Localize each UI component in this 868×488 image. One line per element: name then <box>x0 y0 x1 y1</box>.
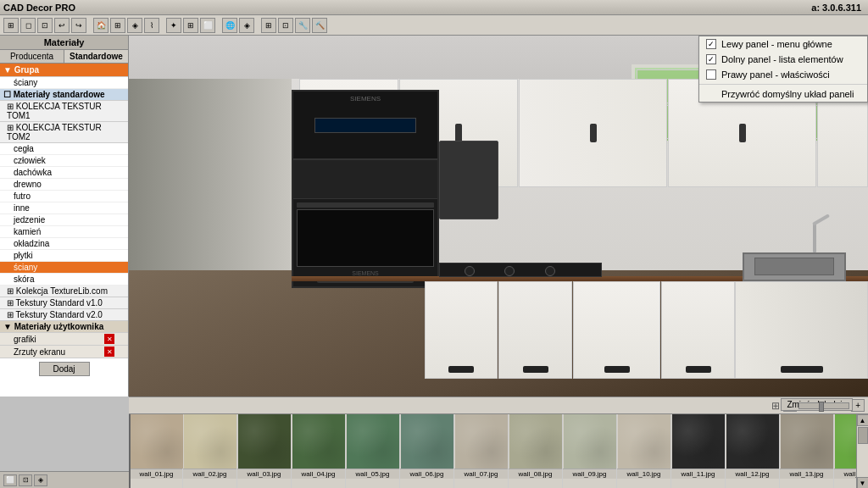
tree-section-label: ▼ Grupa <box>3 65 39 75</box>
toolbar-btn-9[interactable]: ⌇ <box>144 18 159 33</box>
tree-useritem-zrzuty[interactable]: Zrzuty ekranu ✕ <box>0 346 128 358</box>
grid-icon[interactable]: ⊞ <box>771 400 780 412</box>
tree-item-jedzenie[interactable]: jedzenie <box>0 214 128 226</box>
texture-item-wall_07[interactable]: wall_07.jpg <box>454 414 509 488</box>
tab-standardowe[interactable]: Standardowe <box>64 50 128 63</box>
toolbar-btn-1[interactable]: ⊞ <box>3 18 19 33</box>
texture-thumb-wall_08 <box>509 414 562 469</box>
tree-item-cegla[interactable]: cegła <box>0 143 128 155</box>
texture-thumb-wall_06 <box>401 414 453 469</box>
checkbox-lewy[interactable]: ✓ <box>706 39 716 49</box>
menu-item-prawy[interactable]: Prawy panel - właściwości <box>699 67 867 82</box>
toolbar-btn-8[interactable]: ◈ <box>127 18 142 33</box>
menu-item-lewy[interactable]: ✓ Lewy panel - menu główne <box>699 36 867 52</box>
context-menu: ✓ Lewy panel - menu główne ✓ Dolny panel… <box>698 36 868 103</box>
tree-panel: ▼ Grupa ściany ☐ Materiały standardowe ⊞… <box>0 64 128 396</box>
texture-item-wall_13[interactable]: wall_13.jpg <box>780 414 834 488</box>
texture-item-wall_05[interactable]: wall_05.jpg <box>346 414 400 488</box>
zoom-slider[interactable] <box>798 402 849 409</box>
title-bar: CAD Decor PRO a: 3.0.6.311 <box>0 0 868 15</box>
texture-name-wall_03: wall_03.jpg <box>237 469 291 479</box>
toolbar-btn-7[interactable]: ⊞ <box>110 18 125 33</box>
tree-item-sciany[interactable]: ściany <box>0 262 128 274</box>
scroll-thumb[interactable] <box>858 427 868 444</box>
checkbox-prawy[interactable] <box>706 69 716 80</box>
toolbar-btn-10[interactable]: ✦ <box>166 18 181 33</box>
toolbar-btn-12[interactable]: ⬜ <box>200 18 215 33</box>
texture-item-wall_08[interactable]: wall_08.jpg <box>509 414 563 488</box>
lower-cab-4 <box>661 281 735 379</box>
panel-tabs: Producenta Standardowe <box>0 50 128 64</box>
brand-text: SIEMENS <box>350 95 381 103</box>
microwave: SIEMENS <box>293 92 437 160</box>
texture-grid: wall_01.jpgwall_02.jpgwall_03.jpgwall_04… <box>129 414 868 488</box>
burner-1 <box>465 266 475 276</box>
toolbar-btn-13[interactable]: 🌐 <box>222 18 237 33</box>
toolbar-btn-2[interactable]: ◻ <box>20 18 36 33</box>
menu-item-przywroc[interactable]: Przywróć domyślny układ paneli <box>699 86 867 102</box>
texture-name-wall_07: wall_07.jpg <box>454 469 508 479</box>
texture-item-wall_02[interactable]: wall_02.jpg <box>183 414 237 488</box>
handle-3 <box>590 124 597 142</box>
app-title: CAD Decor PRO <box>3 3 75 13</box>
menu-item-dolny[interactable]: ✓ Dolny panel - lista elementów <box>699 52 867 67</box>
zrzuty-close[interactable]: ✕ <box>104 347 114 357</box>
toolbar-btn-3[interactable]: ⊡ <box>37 18 53 33</box>
grafiki-close[interactable]: ✕ <box>104 334 114 344</box>
tree-useritem-grafiki[interactable]: grafiki ✕ <box>0 333 128 346</box>
lower-cab-3 <box>573 281 661 379</box>
scroll-up-arrow[interactable]: ▲ <box>857 414 869 426</box>
texture-item-wall_01[interactable]: wall_01.jpg <box>129 414 183 488</box>
texture-item-wall_04[interactable]: wall_04.jpg <box>292 414 346 488</box>
toolbar-btn-18[interactable]: 🔨 <box>312 18 327 33</box>
texture-item-wall_11[interactable]: wall_11.jpg <box>671 414 726 488</box>
texture-grid-container: wall_01.jpgwall_02.jpgwall_03.jpgwall_04… <box>129 414 868 488</box>
toolbar-btn-16[interactable]: ⊡ <box>278 18 293 33</box>
tree-group-materialy[interactable]: ☐ Materiały standardowe <box>0 89 128 101</box>
sink <box>743 252 846 281</box>
toolbar-btn-6[interactable]: 🏠 <box>93 18 108 33</box>
toolbar-btn-17[interactable]: 🔧 <box>295 18 310 33</box>
toolbar-btn-14[interactable]: ◈ <box>239 18 254 33</box>
tree-col-tom2[interactable]: ⊞ KOLEKCJA TEKSTUR TOM2 <box>0 122 128 143</box>
toolbar-btn-11[interactable]: ⊞ <box>183 18 198 33</box>
zoom-in-button[interactable]: + <box>851 399 865 412</box>
toolbar-btn-5[interactable]: ↪ <box>71 18 86 33</box>
toolbar-btn-15[interactable]: ⊞ <box>261 18 276 33</box>
toolbar-btn-4[interactable]: ↩ <box>54 18 70 33</box>
texture-item-wall_12[interactable]: wall_12.jpg <box>726 414 780 488</box>
texture-item-wall_03[interactable]: wall_03.jpg <box>237 414 292 488</box>
tree-item-dachowka[interactable]: dachówka <box>0 167 128 179</box>
tree-item-czlowiek[interactable]: człowiek <box>0 155 128 167</box>
tree-col-v2[interactable]: ⊞ Tekstury Standard v2.0 <box>0 309 128 321</box>
texture-item-wall_10[interactable]: wall_10.jpg <box>617 414 671 488</box>
scroll-down-arrow[interactable]: ▼ <box>857 477 869 488</box>
tree-section-grupa[interactable]: ▼ Grupa <box>0 64 128 77</box>
tree-item-plytki[interactable]: płytki <box>0 250 128 262</box>
tree-item-okladzina[interactable]: okładzina <box>0 238 128 250</box>
texture-name-wall_13: wall_13.jpg <box>780 469 833 479</box>
texture-name-wall_09: wall_09.jpg <box>563 469 616 479</box>
tree-item-inne[interactable]: inne <box>0 202 128 214</box>
handle-2 <box>455 124 462 142</box>
checkbox-dolny[interactable]: ✓ <box>706 54 716 64</box>
status-btn-3[interactable]: ◈ <box>34 474 47 486</box>
texture-thumb-wall_12 <box>726 414 779 469</box>
add-button[interactable]: Dodaj <box>39 362 90 376</box>
tree-col-tom1[interactable]: ⊞ KOLEKCJA TEKSTUR TOM1 <box>0 101 128 122</box>
tree-item-kamien[interactable]: kamień <box>0 226 128 238</box>
status-btn-1[interactable]: ⬜ <box>3 474 17 486</box>
tree-item-sciany-top[interactable]: ściany <box>0 77 128 89</box>
texture-item-wall_06[interactable]: wall_06.jpg <box>400 414 454 488</box>
tree-item-drewno[interactable]: drewno <box>0 179 128 191</box>
status-bar: ⬜ ⊡ ◈ <box>0 471 129 488</box>
texture-scrollbar[interactable]: ▲ ▼ <box>856 414 868 488</box>
texture-name-wall_11: wall_11.jpg <box>671 469 725 479</box>
tree-item-skora[interactable]: skóra <box>0 274 128 286</box>
texture-item-wall_09[interactable]: wall_09.jpg <box>563 414 617 488</box>
tree-item-futro[interactable]: futro <box>0 191 128 202</box>
tree-col-texturelib[interactable]: ⊞ Kolekcja TextureLib.com <box>0 286 128 297</box>
status-btn-2[interactable]: ⊡ <box>19 474 32 486</box>
tab-producenta[interactable]: Producenta <box>0 50 64 63</box>
tree-col-v1[interactable]: ⊞ Tekstury Standard v1.0 <box>0 297 128 309</box>
